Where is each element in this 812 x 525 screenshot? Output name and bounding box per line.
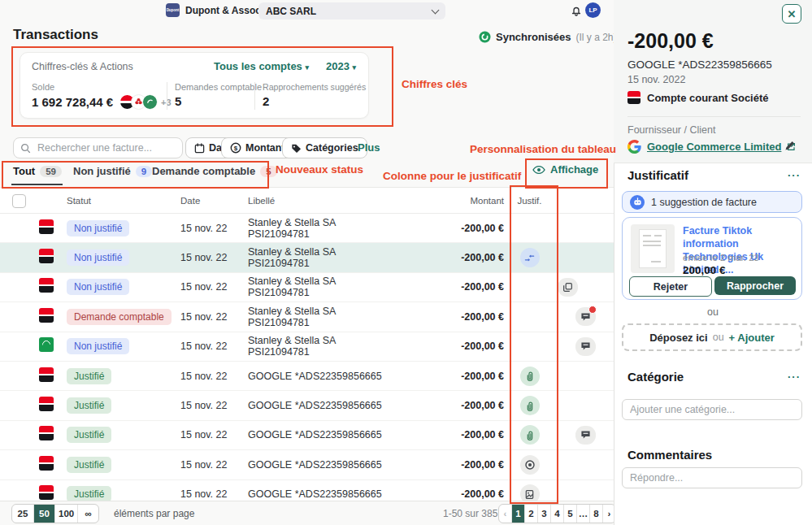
display-settings-button[interactable]: Affichage [532, 163, 598, 176]
comment-icon[interactable] [575, 307, 596, 326]
sync-label: Synchronisées [496, 31, 571, 43]
table-row[interactable]: Non justifié15 nov. 22Stanley & Stella S… [0, 273, 614, 302]
table-row[interactable]: Justifié15 nov. 22GOOGLE *ADS22359856665… [0, 450, 614, 479]
bank-logo-icon [39, 456, 54, 471]
annotation-new-statuses: Nouveaux status [276, 163, 363, 176]
transaction-date: 15 nov. 22 [180, 400, 248, 411]
justif-paperclip-icon[interactable] [520, 425, 540, 445]
divider [254, 82, 255, 110]
search-invoice-box[interactable] [13, 137, 183, 158]
transactions-app: Dupont Dupont & Associés ABC SARL LP Tra… [0, 0, 812, 525]
tab-tout[interactable]: Tout 59 [13, 165, 62, 177]
page-size-25[interactable]: 25 [12, 505, 33, 523]
page-ellipsis[interactable]: … [576, 505, 589, 523]
match-button[interactable]: Rapprocher [714, 276, 796, 295]
bank-logo-icon [39, 485, 54, 500]
sync-icon [479, 31, 491, 43]
add-file-link[interactable]: + Ajouter [729, 332, 775, 344]
transaction-date: 15 nov. 22 [180, 252, 248, 263]
demandes-value: 5 [175, 94, 262, 108]
justif-target-icon[interactable] [520, 455, 540, 475]
bank-logo-icon [627, 91, 640, 104]
org-logo-icon: Dupont [166, 3, 180, 17]
company-select[interactable]: ABC SARL [258, 2, 445, 20]
page-size-100[interactable]: 100 [54, 505, 77, 523]
transaction-amount: -200,00 € [461, 341, 504, 352]
page-button-8[interactable]: 8 [589, 505, 602, 523]
transaction-date: 15 nov. 22 [180, 281, 248, 293]
currency-circle-icon: $ [230, 142, 241, 154]
robot-icon [630, 195, 645, 210]
categories-filter-button[interactable]: Catégories [282, 137, 367, 158]
status-badge: Justifié [67, 368, 111, 384]
notifications-bell-icon[interactable] [570, 4, 583, 17]
table-row[interactable]: Justifié15 nov. 22GOOGLE *ADS22359856665… [0, 421, 614, 450]
tab-count-badge: 9 [136, 166, 152, 177]
rapprochements-label: Rapprochements suggérés [263, 82, 366, 92]
supplier-link[interactable]: Google Commerce Limited [647, 141, 781, 153]
year-filter-dropdown[interactable]: 2023 ▾ [326, 60, 356, 72]
file-dropzone[interactable]: Déposez ici ou + Ajouter [622, 323, 802, 351]
page-button-5[interactable]: 5 [563, 505, 576, 523]
page-button-2[interactable]: 2 [524, 505, 537, 523]
table-row[interactable]: Non justifié15 nov. 22Stanley & Stella S… [0, 243, 614, 272]
transaction-label: Stanley & Stella SA PSI21094781 [248, 217, 392, 240]
transaction-amount: -200,00 € [461, 371, 504, 382]
page-button-4[interactable]: 4 [550, 505, 563, 523]
tab-non-justifie[interactable]: Non justifié 9 [73, 165, 152, 177]
copy-icon[interactable] [558, 278, 578, 297]
rapprochements-value: 2 [263, 94, 366, 108]
page-button-3[interactable]: 3 [537, 505, 550, 523]
comment-icon[interactable] [575, 337, 596, 356]
accounts-filter-dropdown[interactable]: Tous les comptes ▾ [214, 60, 309, 72]
justificatif-more-menu-icon[interactable]: ··· [788, 169, 801, 181]
table-row[interactable]: Non justifié15 nov. 22Stanley & Stella S… [0, 214, 614, 243]
transaction-label: GOOGLE *ADS22359856665 [248, 488, 392, 500]
table-row[interactable]: Justifié15 nov. 22GOOGLE *ADS22359856665… [0, 362, 614, 391]
category-input[interactable] [622, 399, 802, 420]
bank-logo-icon [39, 397, 54, 411]
transaction-date: 15 nov. 22 [180, 223, 248, 234]
category-more-menu-icon[interactable]: ··· [788, 371, 801, 383]
search-input[interactable] [36, 141, 169, 154]
prev-page-button[interactable]: ‹ [499, 505, 511, 523]
status-badge: Justifié [67, 397, 111, 414]
kpi-card-title: Chiffres-clés & Actions [32, 61, 133, 72]
close-panel-button[interactable]: ✕ [782, 4, 801, 24]
transaction-merchant: GOOGLE *ADS22359856665 [627, 59, 772, 71]
justif-merge-icon[interactable] [520, 248, 540, 267]
comment-icon[interactable] [575, 426, 596, 445]
more-filters-link[interactable]: Plus [358, 141, 380, 154]
suggestion-label: 1 suggestion de facture [651, 197, 757, 208]
justif-paperclip-icon[interactable] [520, 396, 540, 415]
transaction-amount: -200,00 € [461, 281, 504, 293]
edit-supplier-button[interactable] [784, 140, 796, 151]
solde-value: 1 692 728,44 € [32, 95, 113, 109]
comment-input[interactable] [622, 467, 802, 488]
user-avatar[interactable]: LP [585, 2, 601, 18]
company-select-value: ABC SARL [266, 6, 316, 17]
justif-paperclip-icon[interactable] [520, 367, 540, 386]
invoice-thumbnail[interactable] [631, 224, 675, 273]
page-size-control: 25 50 100 ∞ [11, 504, 99, 523]
page-size-infinity[interactable]: ∞ [77, 505, 98, 523]
select-all-checkbox[interactable] [12, 194, 26, 208]
transaction-date: 15 nov. 22 [180, 429, 248, 440]
transaction-amount: -200,00 € [461, 400, 504, 411]
per-page-label: éléments par page [114, 508, 194, 519]
annotation-kpi: Chiffres clés [402, 78, 467, 90]
sync-status[interactable]: Synchronisées (Il y a 2h) ▾ [479, 31, 627, 43]
transaction-amount: -200,00 € [461, 223, 504, 234]
table-row[interactable]: Non justifié15 nov. 22Stanley & Stella S… [0, 332, 614, 362]
page-button-1[interactable]: 1 [511, 505, 524, 523]
tab-demande-comptable[interactable]: Demande comptable 5 [152, 165, 277, 177]
transaction-date: 15 nov. 2022 [627, 74, 685, 85]
table-row[interactable]: Justifié15 nov. 22GOOGLE *ADS22359856665… [0, 391, 614, 420]
transaction-amount: -200,00 € [461, 429, 504, 440]
status-badge: Non justifié [67, 279, 129, 295]
invoice-issue-date: émise le 2 mar. 23 [683, 253, 759, 262]
transaction-label: GOOGLE *ADS22359856665 [248, 459, 392, 471]
page-size-50[interactable]: 50 [33, 505, 54, 523]
table-row[interactable]: Demande comptable15 nov. 22Stanley & Ste… [0, 302, 614, 332]
reject-button[interactable]: Rejeter [629, 276, 712, 297]
